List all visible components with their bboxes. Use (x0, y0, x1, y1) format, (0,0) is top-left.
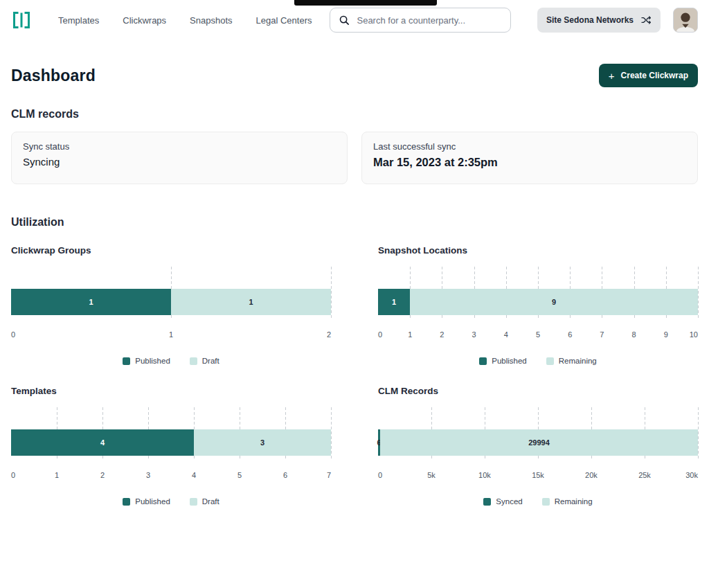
last-sync-value: Mar 15, 2023 at 2:35pm (373, 156, 686, 169)
chart-axis: 05k10k15k20k25k30k (378, 471, 698, 481)
legend-item-draft: Draft (190, 497, 219, 506)
nav-item-clickwraps[interactable]: Clickwraps (123, 15, 166, 26)
legend-swatch (190, 357, 197, 365)
bar-segment-remaining[interactable]: 9 (410, 289, 698, 315)
axis-tick: 5 (536, 330, 540, 339)
chart-legend: PublishedDraft (11, 497, 331, 506)
legend-swatch (123, 498, 130, 506)
axis-tick: 2 (327, 330, 331, 339)
bar-segment-draft[interactable]: 1 (171, 289, 331, 315)
axis-tick: 15k (532, 471, 544, 479)
chart-bar: 629994 (378, 429, 698, 456)
axis-tick: 1 (408, 330, 412, 339)
axis-tick: 10k (478, 471, 491, 479)
last-sync-label: Last successful sync (373, 141, 686, 152)
legend-label: Draft (202, 357, 219, 365)
axis-tick: 30k (685, 471, 698, 479)
axis-tick: 7 (327, 471, 331, 479)
legend-item-draft: Draft (190, 357, 219, 365)
counterparty-search[interactable] (330, 8, 511, 33)
dashboard-main: Dashboard + Create Clickwrap CLM records… (0, 64, 709, 506)
utilization-charts: Clickwrap Groups 11 012 PublishedDraft S… (11, 245, 698, 506)
bar-segment-remaining[interactable]: 29994 (380, 429, 698, 456)
bar-segment-published[interactable]: 1 (378, 289, 410, 315)
axis-tick: 0 (11, 471, 15, 479)
site-switcher-label: Site Sedona Networks (546, 15, 634, 25)
legend-label: Published (492, 357, 527, 365)
primary-nav: Templates Clickwraps Snapshots Legal Cen… (58, 15, 312, 26)
chart-bar: 19 (378, 289, 698, 315)
create-clickwrap-label: Create Clickwrap (621, 71, 688, 80)
chart-title: CLM Records (378, 386, 698, 396)
legend-label: Remaining (559, 357, 597, 365)
axis-tick: 2 (100, 471, 105, 479)
axis-tick: 5k (427, 471, 436, 479)
legend-label: Synced (496, 497, 522, 506)
chart-legend: PublishedRemaining (378, 357, 698, 365)
chart-bar: 43 (11, 429, 331, 456)
sync-status-value: Syncing (23, 156, 336, 168)
chart-legend: SyncedRemaining (378, 497, 698, 506)
axis-tick: 0 (378, 330, 382, 339)
header-right: Site Sedona Networks (537, 8, 698, 33)
chart-plot: 43 (11, 407, 331, 460)
gridline (331, 267, 332, 319)
create-clickwrap-button[interactable]: + Create Clickwrap (599, 64, 698, 87)
search-icon (339, 15, 350, 26)
legend-item-published: Published (479, 357, 527, 365)
chart-title: Templates (11, 386, 331, 396)
axis-tick: 8 (632, 330, 636, 339)
search-input[interactable] (357, 15, 502, 26)
bar-segment-published[interactable]: 4 (11, 429, 194, 456)
axis-tick: 9 (664, 330, 668, 339)
axis-tick: 20k (585, 471, 598, 479)
legend-item-published: Published (123, 357, 170, 365)
nav-item-snapshots[interactable]: Snapshots (190, 15, 232, 26)
legend-item-published: Published (123, 497, 170, 506)
gridline (331, 407, 332, 460)
chart-templates: Templates 43 01234567 PublishedDraft (11, 386, 331, 506)
axis-tick: 0 (378, 471, 382, 479)
clm-cards: Sync status Syncing Last successful sync… (11, 132, 698, 184)
legend-label: Published (135, 357, 170, 365)
nav-item-templates[interactable]: Templates (58, 15, 99, 26)
site-switcher-button[interactable]: Site Sedona Networks (537, 8, 661, 33)
axis-tick: 25k (638, 471, 651, 479)
axis-tick: 1 (55, 471, 59, 479)
chart-plot: 19 (378, 267, 698, 319)
axis-tick: 1 (169, 330, 173, 339)
last-sync-card: Last successful sync Mar 15, 2023 at 2:3… (361, 132, 698, 184)
bar-segment-draft[interactable]: 3 (194, 429, 331, 456)
chart-bar: 11 (11, 289, 331, 315)
legend-item-synced: Synced (483, 497, 522, 506)
chart-plot: 11 (11, 267, 331, 319)
clm-records-section-title: CLM records (11, 108, 698, 121)
ironclad-logo-icon[interactable] (11, 10, 32, 30)
chart-clickwrap-groups: Clickwrap Groups 11 012 PublishedDraft (11, 245, 331, 365)
gridline (698, 267, 699, 319)
legend-swatch (123, 357, 130, 365)
gridline (698, 407, 699, 460)
chart-plot: 629994 (378, 407, 698, 460)
chart-title: Clickwrap Groups (11, 245, 331, 256)
plus-icon: + (609, 71, 615, 81)
axis-tick: 0 (11, 330, 15, 339)
legend-label: Draft (202, 497, 219, 506)
shuffle-icon (640, 15, 652, 26)
legend-swatch (479, 357, 487, 365)
axis-tick: 7 (600, 330, 604, 339)
chart-snapshot-locations: Snapshot Locations 19 012345678910 Publi… (378, 245, 698, 365)
legend-swatch (190, 498, 197, 506)
nav-item-legal-centers[interactable]: Legal Centers (256, 15, 312, 26)
chart-legend: PublishedDraft (11, 357, 331, 365)
chart-axis: 012345678910 (378, 330, 698, 340)
chart-axis: 01234567 (11, 471, 331, 481)
legend-item-remaining: Remaining (546, 357, 597, 365)
axis-tick: 4 (192, 471, 196, 479)
user-avatar[interactable] (673, 8, 698, 33)
legend-swatch (542, 498, 550, 506)
utilization-section-title: Utilization (11, 216, 698, 229)
axis-tick: 4 (504, 330, 508, 339)
bar-segment-published[interactable]: 1 (11, 289, 171, 315)
legend-label: Remaining (555, 497, 593, 506)
